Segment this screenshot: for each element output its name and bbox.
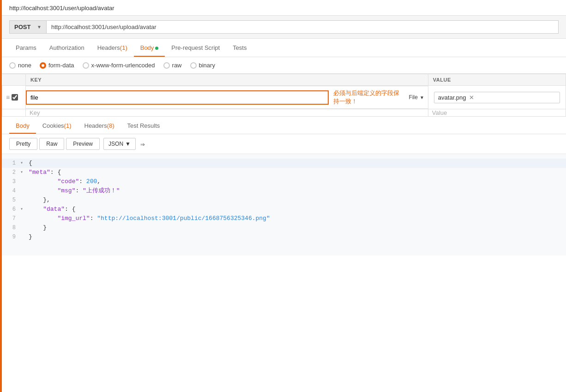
tab-headers[interactable]: Headers(1): [91, 39, 134, 57]
body-dot: [155, 47, 158, 50]
code-line-5: 5 },: [2, 196, 566, 205]
row-checkbox[interactable]: [12, 94, 18, 101]
code-line-1: 1 ▾ {: [2, 159, 566, 168]
code-line-3: 3 "code": 200,: [2, 177, 566, 186]
table-empty-row: Key Value: [2, 109, 566, 117]
preview-button[interactable]: Preview: [66, 138, 100, 150]
empty-row-controls: [2, 111, 25, 115]
radio-urlencoded-circle: [83, 62, 89, 69]
tab-tests[interactable]: Tests: [226, 39, 253, 57]
code-line-6: 6 ▾ "data": {: [2, 205, 566, 214]
value-field: avatar.png ✕: [434, 92, 560, 103]
value-column-header: VALUE: [428, 74, 566, 86]
radio-none-circle: [9, 62, 16, 69]
key-placeholder: Key: [26, 107, 43, 119]
radio-raw[interactable]: raw: [163, 62, 182, 69]
radio-none[interactable]: none: [9, 62, 31, 69]
response-toolbar: Pretty Raw Preview JSON ▼ ⇒: [2, 134, 566, 154]
code-line-4: 4 "msg": "上传成功！": [2, 186, 566, 196]
close-value-icon[interactable]: ✕: [469, 94, 474, 101]
table-row: ≡ 必须与后端定义的字段保持一致！ File ▼ avatar.png: [2, 86, 566, 109]
radio-form-data-circle: [40, 62, 46, 69]
form-table: KEY VALUE ≡ 必须与后端定义的字段保持一致！ File: [2, 74, 566, 117]
cookies-badge: (1): [64, 122, 72, 129]
method-select[interactable]: POST ▼: [9, 20, 46, 34]
table-control-header: [2, 74, 26, 86]
drag-icon[interactable]: ≡: [6, 94, 10, 101]
method-chevron-icon: ▼: [37, 24, 42, 30]
wrap-icon[interactable]: ⇒: [140, 140, 145, 148]
url-bar-area: http://localhost:3001/user/upload/avatar: [2, 0, 566, 16]
code-area: 1 ▾ { 2 ▾ "meta": { 3 "code": 200, 4 "ms…: [2, 154, 566, 255]
tab-params[interactable]: Params: [9, 39, 43, 57]
resp-tab-test-results[interactable]: Test Results: [121, 118, 167, 134]
response-tabs: Body Cookies(1) Headers(8) Test Results: [2, 118, 566, 134]
json-chevron-icon: ▼: [125, 141, 131, 147]
radio-urlencoded[interactable]: x-www-form-urlencoded: [83, 62, 155, 69]
radio-raw-circle: [163, 62, 170, 69]
radio-binary-circle: [190, 62, 197, 69]
tab-pre-request-script[interactable]: Pre-request Script: [165, 39, 226, 57]
file-type-chevron-icon: ▼: [420, 95, 424, 100]
radio-binary[interactable]: binary: [190, 62, 215, 69]
request-tabs: Params Authorization Headers(1) Body Pre…: [2, 39, 566, 57]
body-options: none form-data x-www-form-urlencoded raw…: [2, 57, 566, 74]
code-line-2: 2 ▾ "meta": {: [2, 168, 566, 177]
json-format-select[interactable]: JSON ▼: [103, 138, 136, 150]
value-placeholder: Value: [428, 107, 451, 119]
code-line-9: 9 }: [2, 232, 566, 242]
key-description: 必须与后端定义的字段保持一致！: [329, 86, 405, 108]
row-controls: ≡: [2, 92, 25, 103]
resp-tab-headers[interactable]: Headers(8): [78, 118, 121, 134]
resp-headers-badge: (8): [107, 122, 114, 129]
pretty-button[interactable]: Pretty: [9, 138, 37, 150]
raw-button[interactable]: Raw: [39, 138, 64, 150]
value-filename: avatar.png: [438, 94, 466, 101]
radio-form-data[interactable]: form-data: [40, 62, 74, 69]
method-label: POST: [14, 24, 30, 30]
code-line-8: 8 }: [2, 223, 566, 232]
request-bar: POST ▼: [2, 16, 566, 39]
key-input[interactable]: [26, 90, 329, 105]
file-type-selector[interactable]: File ▼: [405, 91, 428, 103]
headers-badge: (1): [120, 44, 127, 51]
url-bar-text: http://localhost:3001/user/upload/avatar: [9, 5, 114, 12]
left-orange-bar: [0, 0, 2, 255]
resp-tab-cookies[interactable]: Cookies(1): [36, 118, 78, 134]
resp-tab-body[interactable]: Body: [9, 118, 36, 134]
url-input[interactable]: [46, 20, 559, 34]
key-column-header: KEY: [26, 74, 428, 86]
tab-authorization[interactable]: Authorization: [43, 39, 91, 57]
tab-body[interactable]: Body: [134, 39, 165, 57]
code-line-7: 7 "img_url": "http://localhost:3001/publ…: [2, 214, 566, 223]
